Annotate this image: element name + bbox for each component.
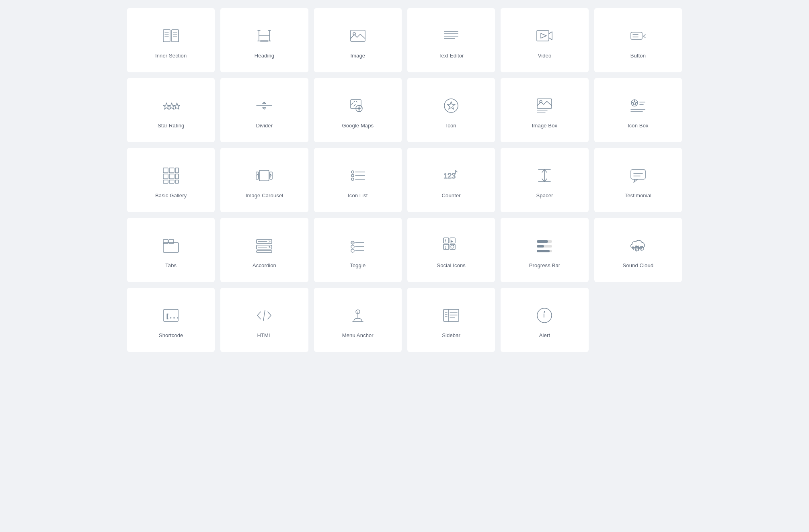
progress-bar-label: Progress Bar bbox=[529, 262, 560, 268]
svg-marker-22 bbox=[174, 103, 180, 109]
icon-label: Icon bbox=[446, 123, 456, 129]
text-editor-label: Text Editor bbox=[439, 53, 464, 59]
svg-marker-65 bbox=[634, 179, 638, 182]
google-maps-icon bbox=[347, 94, 369, 117]
testimonial-label: Testimonial bbox=[625, 192, 651, 198]
icon-list-label: Icon List bbox=[348, 192, 368, 198]
text-editor-icon bbox=[440, 25, 462, 47]
image-icon bbox=[347, 25, 369, 47]
widget-card-google-maps[interactable]: Google Maps bbox=[314, 78, 402, 142]
svg-text:t: t bbox=[445, 246, 446, 250]
widget-card-progress-bar[interactable]: Progress Bar bbox=[501, 218, 588, 282]
heading-icon bbox=[253, 25, 275, 47]
svg-rect-45 bbox=[163, 174, 168, 179]
widget-card-video[interactable]: Video bbox=[501, 8, 588, 72]
svg-rect-43 bbox=[169, 168, 174, 173]
menu-anchor-icon bbox=[347, 304, 369, 327]
widget-card-accordion[interactable]: Accordion bbox=[220, 218, 308, 282]
widget-card-spacer[interactable]: Spacer bbox=[501, 148, 588, 212]
widget-card-icon[interactable]: Icon bbox=[407, 78, 495, 142]
svg-rect-48 bbox=[163, 180, 168, 183]
svg-point-54 bbox=[351, 171, 354, 173]
svg-text:[...]: [...] bbox=[166, 313, 180, 319]
svg-text:▶: ▶ bbox=[451, 239, 454, 243]
widget-card-html[interactable]: HTML bbox=[220, 288, 308, 352]
widget-card-button[interactable]: Button bbox=[594, 8, 682, 72]
button-label: Button bbox=[630, 53, 646, 59]
widget-card-alert[interactable]: i Alert bbox=[501, 288, 588, 352]
image-box-icon bbox=[533, 94, 556, 117]
widget-card-social-icons[interactable]: f ▶ t Social Icons bbox=[407, 218, 495, 282]
icon-box-icon bbox=[627, 94, 649, 117]
svg-point-29 bbox=[358, 108, 360, 109]
basic-gallery-label: Basic Gallery bbox=[155, 192, 187, 198]
icon-list-icon bbox=[347, 164, 369, 187]
widget-card-icon-list[interactable]: Icon List bbox=[314, 148, 402, 212]
widget-card-shortcode[interactable]: [...] Shortcode bbox=[127, 288, 215, 352]
svg-rect-51 bbox=[259, 170, 269, 181]
widget-card-divider[interactable]: Divider bbox=[220, 78, 308, 142]
widget-card-image-box[interactable]: Image Box bbox=[501, 78, 588, 142]
widget-card-image-carousel[interactable]: Image Carousel bbox=[220, 148, 308, 212]
svg-rect-0 bbox=[163, 30, 170, 42]
svg-marker-31 bbox=[447, 102, 455, 109]
widget-card-sidebar[interactable]: Sidebar bbox=[407, 288, 495, 352]
shortcode-icon: [...] bbox=[160, 304, 182, 327]
divider-icon bbox=[253, 94, 275, 117]
svg-rect-50 bbox=[175, 180, 179, 183]
tabs-label: Tabs bbox=[165, 262, 177, 268]
toggle-label: Toggle bbox=[350, 262, 365, 268]
sound-cloud-icon bbox=[627, 234, 649, 257]
testimonial-icon bbox=[627, 164, 649, 187]
widget-card-counter[interactable]: 123 Counter bbox=[407, 148, 495, 212]
icon-box-label: Icon Box bbox=[628, 123, 649, 129]
spacer-icon bbox=[533, 164, 556, 187]
svg-point-58 bbox=[351, 178, 354, 180]
svg-rect-1 bbox=[172, 30, 179, 42]
widget-card-testimonial[interactable]: Testimonial bbox=[594, 148, 682, 212]
svg-text:i: i bbox=[543, 312, 545, 319]
html-label: HTML bbox=[257, 332, 272, 338]
button-icon bbox=[627, 25, 649, 47]
inner-section-label: Inner Section bbox=[155, 53, 187, 59]
sound-cloud-label: Sound Cloud bbox=[623, 262, 654, 268]
star-rating-label: Star Rating bbox=[158, 123, 184, 129]
svg-rect-97 bbox=[537, 250, 550, 252]
tabs-icon bbox=[160, 234, 182, 257]
image-box-label: Image Box bbox=[532, 123, 557, 129]
svg-point-30 bbox=[444, 99, 458, 113]
alert-label: Alert bbox=[539, 332, 550, 338]
svg-rect-112 bbox=[444, 309, 459, 321]
svg-line-108 bbox=[263, 310, 265, 321]
heading-label: Heading bbox=[255, 53, 274, 59]
accordion-icon bbox=[253, 234, 275, 257]
menu-anchor-label: Menu Anchor bbox=[342, 332, 374, 338]
inner-section-icon bbox=[160, 25, 182, 47]
svg-point-78 bbox=[351, 245, 354, 248]
widget-card-inner-section[interactable]: Inner Section bbox=[127, 8, 215, 72]
svg-marker-21 bbox=[168, 103, 175, 109]
widget-card-icon-box[interactable]: Icon Box bbox=[594, 78, 682, 142]
svg-rect-47 bbox=[175, 174, 179, 179]
svg-rect-83 bbox=[444, 238, 449, 243]
widget-card-basic-gallery[interactable]: Basic Gallery bbox=[127, 148, 215, 212]
toggle-icon bbox=[347, 234, 369, 257]
widget-card-star-rating[interactable]: Star Rating bbox=[127, 78, 215, 142]
widget-card-tabs[interactable]: Tabs bbox=[127, 218, 215, 282]
shortcode-label: Shortcode bbox=[159, 332, 183, 338]
svg-rect-42 bbox=[163, 168, 168, 173]
svg-marker-16 bbox=[541, 33, 546, 38]
counter-label: Counter bbox=[442, 192, 461, 198]
divider-label: Divider bbox=[256, 123, 273, 129]
widget-card-sound-cloud[interactable]: Sound Cloud bbox=[594, 218, 682, 282]
svg-text:f: f bbox=[445, 239, 446, 243]
social-icons-icon: f ▶ t bbox=[440, 234, 462, 257]
widget-card-heading[interactable]: Heading bbox=[220, 8, 308, 72]
widget-card-text-editor[interactable]: Text Editor bbox=[407, 8, 495, 72]
image-carousel-icon bbox=[253, 164, 275, 187]
widget-card-toggle[interactable]: Toggle bbox=[314, 218, 402, 282]
widget-card-image[interactable]: Image bbox=[314, 8, 402, 72]
svg-point-91 bbox=[453, 245, 454, 246]
widget-card-menu-anchor[interactable]: Menu Anchor bbox=[314, 288, 402, 352]
social-icons-label: Social Icons bbox=[437, 262, 466, 268]
